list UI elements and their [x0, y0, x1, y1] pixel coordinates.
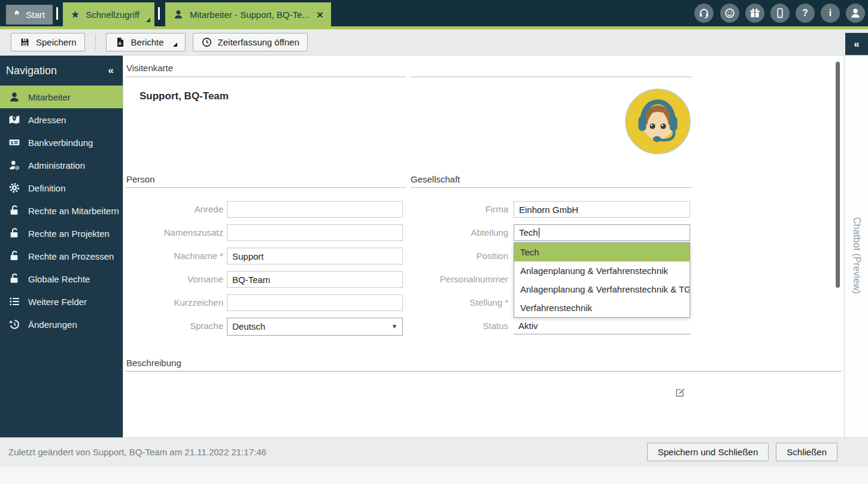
field-label-anrede: Anrede	[123, 201, 223, 218]
text-cursor	[539, 228, 539, 238]
section-title-visitenkarte: Visitenkarte	[126, 63, 173, 73]
field-label-personalnummer: Personalnummer	[389, 271, 508, 288]
abteilung-input[interactable]: Tech	[514, 224, 690, 241]
person-gear-icon	[8, 159, 20, 171]
sidebar-item-bankverbindung[interactable]: $ Bankverbindung	[0, 131, 123, 154]
close-button[interactable]: Schließen	[776, 443, 837, 461]
sidebar-item-aenderungen[interactable]: Änderungen	[0, 313, 123, 336]
field-label-position: Position	[389, 248, 508, 264]
field-label-namenszusatz: Namenszusatz	[123, 224, 223, 241]
tab-start[interactable]: Start	[6, 5, 53, 25]
anrede-input[interactable]	[227, 201, 403, 218]
sprache-select[interactable]: Deutsch ▼	[227, 318, 403, 336]
mobile-icon[interactable]	[770, 4, 790, 23]
user-icon[interactable]	[846, 4, 865, 23]
field-label-nachname: Nachname *	[123, 248, 223, 264]
headset-icon[interactable]	[694, 4, 714, 23]
tab-dropdown-triangle-icon[interactable]	[146, 18, 150, 22]
chevrons-left-icon: «	[854, 38, 859, 50]
employee-name: Support, BQ-Team	[139, 90, 229, 102]
sidebar-item-administration[interactable]: Administration	[0, 154, 123, 176]
lock-open-icon	[8, 227, 20, 239]
lock-open-icon	[8, 205, 20, 217]
kurzzeichen-input[interactable]	[227, 294, 403, 311]
dropdown-option[interactable]: Tech	[514, 243, 690, 261]
person-icon	[8, 91, 20, 103]
save-button-label: Speichern	[36, 37, 77, 47]
time-tracking-button-label: Zeiterfassung öffnen	[218, 37, 299, 47]
floppy-disk-icon	[19, 36, 31, 48]
field-label-status: Status	[389, 318, 508, 334]
banknote-icon: $	[8, 136, 20, 148]
time-tracking-button[interactable]: Zeiterfassung öffnen	[193, 33, 308, 51]
lock-open-icon	[8, 250, 20, 262]
dropdown-option[interactable]: Verfahrenstechnik	[514, 299, 690, 317]
reports-button[interactable]: A Berichte	[106, 33, 186, 51]
close-icon[interactable]: ×	[317, 9, 323, 20]
sidebar-item-label: Mitarbeiter	[28, 92, 71, 102]
section-divider	[126, 187, 406, 188]
sidebar-item-definition[interactable]: Definition	[0, 176, 123, 199]
support-agent-avatar[interactable]	[624, 88, 691, 155]
firma-input[interactable]	[514, 201, 690, 218]
gift-icon[interactable]	[745, 4, 764, 23]
help-glyph: ?	[802, 8, 808, 19]
sidebar-item-label: Rechte an Projekten	[28, 229, 110, 239]
sidebar-item-rechte-projekten[interactable]: Rechte an Projekten	[0, 222, 123, 245]
navigation-header: Navigation «	[0, 56, 123, 86]
section-title-person: Person	[126, 174, 155, 184]
sidebar-item-label: Änderungen	[28, 319, 77, 330]
dropdown-option[interactable]: Anlagenplanung & Verfahrenstechnik & TG	[514, 280, 690, 299]
record-form: Visitenkarte Support, BQ-Team Person Ges…	[123, 56, 844, 437]
toolbar: Speichern A Berichte Zeiterfassung öffne…	[0, 29, 868, 56]
sidebar-item-weitere-felder[interactable]: Weitere Felder	[0, 290, 123, 313]
info-glyph: i	[829, 8, 831, 19]
section-title-beschreibung: Beschreibung	[126, 358, 181, 368]
clock-icon	[201, 36, 213, 48]
info-icon[interactable]: i	[821, 4, 840, 23]
sidebar-item-label: Adressen	[28, 115, 66, 125]
field-label-sprache: Sprache	[123, 318, 223, 334]
help-icon[interactable]: ?	[796, 4, 815, 23]
lock-open-icon	[8, 273, 20, 285]
list-icon	[8, 296, 20, 308]
sidebar-item-globale-rechte[interactable]: Globale Rechte	[0, 267, 123, 290]
reports-button-label: Berichte	[131, 37, 164, 47]
sidebar-item-label: Globale Rechte	[28, 274, 90, 284]
sidebar-item-rechte-mitarbeitern[interactable]: Rechte an Mitarbeitern	[0, 199, 123, 222]
dialog-buttons: Speichern und Schließen Schließen	[647, 443, 837, 461]
sidebar-item-label: Definition	[28, 183, 66, 193]
tab-separator	[56, 7, 58, 20]
smiley-icon[interactable]	[720, 4, 739, 23]
nachname-input[interactable]	[227, 248, 403, 264]
abteilung-value: Tech	[519, 227, 538, 238]
dropdown-option[interactable]: Anlagenplanung & Verfahrenstechnik	[514, 261, 690, 280]
section-title-gesellschaft: Gesellschaft	[411, 174, 460, 184]
vorname-input[interactable]	[227, 271, 403, 288]
tab-schnellzugriff[interactable]: ★ Schnellzugriff	[63, 2, 154, 26]
tab-mitarbeiter-label: Mitarbeiter - Support, BQ-Te...	[190, 10, 309, 20]
tab-start-label: Start	[26, 10, 45, 20]
section-divider	[411, 187, 692, 188]
edit-description-icon[interactable]	[674, 386, 686, 398]
navigation-title: Navigation	[6, 65, 57, 77]
save-button[interactable]: Speichern	[11, 33, 85, 51]
sidebar-item-rechte-prozessen[interactable]: Rechte an Prozessen	[0, 245, 123, 267]
last-modified-text: Zuletzt geändert von Support, BQ-Team am…	[8, 447, 266, 457]
chatbot-panel-strip[interactable]: Chatbot (Preview)	[844, 56, 868, 437]
collapse-right-panel-button[interactable]: «	[845, 33, 868, 55]
sidebar-item-mitarbeiter[interactable]: Mitarbeiter	[0, 86, 123, 108]
tab-separator	[158, 7, 160, 20]
field-label-firma: Firma	[389, 201, 508, 218]
vertical-scrollbar[interactable]	[836, 56, 840, 437]
sidebar-collapse-icon[interactable]: «	[108, 65, 114, 77]
tab-mitarbeiter-record[interactable]: Mitarbeiter - Support, BQ-Te... ×	[165, 2, 331, 26]
sidebar-item-adressen[interactable]: Adressen	[0, 108, 123, 131]
save-and-close-button[interactable]: Speichern und Schließen	[647, 443, 769, 461]
sidebar-item-label: Weitere Felder	[28, 297, 87, 307]
field-label-vorname: Vorname	[123, 271, 223, 288]
window-footer-strip	[0, 465, 868, 484]
namenszusatz-input[interactable]	[227, 224, 403, 241]
field-label-stellung: Stellung *	[389, 294, 508, 311]
scrollbar-thumb[interactable]	[836, 62, 840, 288]
